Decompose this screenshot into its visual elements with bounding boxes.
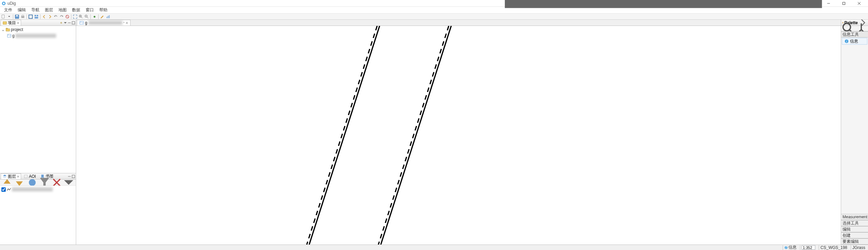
map-canvas[interactable]	[76, 26, 841, 245]
svg-rect-10	[22, 15, 23, 16]
menu-map[interactable]: 地图	[56, 6, 69, 14]
map-icon	[79, 20, 84, 25]
palette-group-feature-edit[interactable]: 要素编辑	[841, 238, 868, 245]
svg-line-46	[381, 26, 451, 245]
map-icon	[7, 33, 12, 38]
svg-rect-14	[35, 17, 38, 18]
svg-rect-32	[6, 28, 7, 29]
project-tab[interactable]: 项目 ✕	[1, 20, 21, 26]
status-bar: i 信息 CS_WGS_198 JGrass	[0, 245, 868, 250]
maximize-view-icon[interactable]	[72, 21, 75, 25]
status-info[interactable]: i 信息	[783, 245, 798, 250]
svg-line-47	[308, 26, 378, 245]
layers-toolbar	[0, 179, 76, 186]
zoom-extent-icon[interactable]	[72, 14, 78, 19]
palette-group-measurement[interactable]: Measurement	[841, 214, 868, 220]
svg-rect-33	[7, 34, 11, 37]
save-icon[interactable]	[14, 14, 20, 19]
left-column: 项目 ✕ ⌄ project g	[0, 20, 76, 245]
editor-tab[interactable]: g * ✕	[77, 20, 131, 26]
menu-data[interactable]: 数据	[69, 6, 83, 14]
menu-file[interactable]: 文件	[1, 6, 15, 14]
folder-icon	[5, 27, 10, 32]
svg-point-1	[3, 2, 4, 4]
blurred-text	[12, 187, 53, 191]
svg-rect-28	[3, 22, 7, 25]
svg-rect-27	[109, 15, 110, 18]
zoom-out-icon[interactable]	[84, 14, 89, 19]
minimize-view-icon[interactable]	[132, 0, 484, 26]
svg-point-24	[93, 16, 95, 17]
project-tree: ⌄ project g	[0, 26, 76, 173]
forward-icon[interactable]	[47, 14, 53, 19]
status-crs[interactable]: CS_WGS_198	[819, 245, 849, 250]
editor-tabs: g * ✕	[76, 20, 841, 26]
tree-row-child[interactable]: g	[1, 33, 75, 39]
palette-group-select[interactable]: 选择工具	[841, 220, 868, 226]
new-dropdown-icon[interactable]	[6, 14, 12, 19]
tab-close-icon[interactable]: ✕	[125, 21, 128, 25]
perspective-icon[interactable]	[34, 14, 39, 19]
layer-row[interactable]	[1, 186, 75, 192]
project-icon	[2, 20, 7, 25]
view-menu-icon[interactable]	[64, 21, 67, 25]
info-icon: i	[784, 246, 788, 249]
line-layer-icon	[6, 187, 11, 192]
layers-panel: 图层 ✕ AOI 书签	[0, 173, 76, 245]
svg-rect-26	[108, 16, 108, 18]
blurred-text	[88, 21, 122, 25]
palette-panel: Palette 信息工具 i 信息 Measurement 选择工具 编辑 创建…	[841, 20, 868, 245]
menu-navigate[interactable]: 导航	[29, 6, 42, 14]
tab-close-icon[interactable]: ✕	[17, 21, 19, 25]
undo-icon[interactable]	[53, 14, 58, 19]
editor-tab-label: g	[85, 20, 87, 25]
new-icon[interactable]	[1, 14, 6, 19]
svg-rect-30	[72, 21, 75, 24]
layer-visibility-checkbox[interactable]	[1, 187, 6, 192]
svg-point-37	[29, 179, 36, 186]
status-jgrass[interactable]: JGrass	[851, 245, 867, 250]
menu-layer[interactable]: 图层	[42, 6, 56, 14]
palette-group-edit[interactable]: 编辑	[841, 226, 868, 232]
app-logo-icon	[1, 1, 6, 6]
scale-input[interactable]	[802, 245, 815, 250]
svg-rect-8	[16, 15, 18, 16]
zoom-in-icon[interactable]	[78, 14, 84, 19]
stop-icon[interactable]	[65, 14, 70, 19]
tree-row-root[interactable]: ⌄ project	[1, 27, 75, 33]
palette-item-info[interactable]: i 信息	[842, 38, 867, 45]
project-tab-label: 项目	[8, 20, 16, 26]
menu-help[interactable]: 帮助	[97, 6, 110, 14]
svg-line-44	[309, 26, 379, 245]
svg-rect-3	[843, 2, 845, 4]
dirty-marker: *	[123, 21, 125, 25]
svg-line-45	[378, 26, 449, 245]
edit-icon[interactable]	[100, 14, 105, 19]
layers-list	[0, 186, 76, 245]
chart-icon[interactable]	[105, 14, 111, 19]
blurred-text	[15, 34, 56, 38]
redo-icon[interactable]	[59, 14, 64, 19]
center-column: g * ✕	[76, 20, 841, 245]
minimize-view-icon[interactable]	[68, 21, 71, 25]
palette-group-create[interactable]: 创建	[841, 232, 868, 238]
maximize-view-icon[interactable]	[487, 0, 839, 26]
svg-text:i: i	[786, 246, 787, 249]
link-icon[interactable]	[59, 21, 63, 25]
menu-edit[interactable]: 编辑	[15, 6, 29, 14]
svg-line-18	[81, 17, 83, 18]
close-button[interactable]	[851, 0, 867, 6]
project-panel-header: 项目 ✕	[0, 20, 76, 26]
svg-rect-6	[2, 15, 4, 18]
fullscreen-icon[interactable]	[28, 14, 33, 19]
menu-window[interactable]: 窗口	[83, 6, 97, 14]
info-icon: i	[844, 39, 849, 44]
commit-icon[interactable]	[92, 14, 97, 19]
palette-group-info[interactable]: 信息工具	[841, 31, 868, 37]
print-icon[interactable]	[20, 14, 25, 19]
svg-rect-12	[35, 15, 36, 16]
expand-icon[interactable]: ⌄	[1, 27, 5, 32]
status-scale	[800, 245, 817, 250]
workspace: 项目 ✕ ⌄ project g	[0, 20, 868, 245]
back-icon[interactable]	[41, 14, 47, 19]
